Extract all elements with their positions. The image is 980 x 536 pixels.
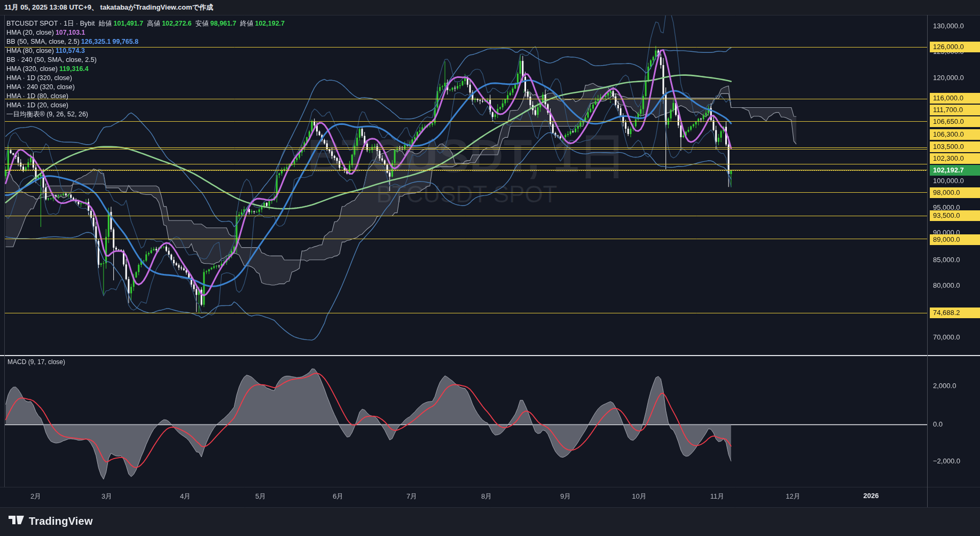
current-price-label: 102,192.7 <box>930 165 980 176</box>
ohlc-label: 高値 <box>147 20 160 27</box>
legend-row[interactable]: HMA · 240 (320, close) <box>6 83 285 92</box>
price-label: 85,000.0 <box>930 255 980 265</box>
time-axis-label: 5月 <box>255 492 266 501</box>
legend-value: 107,103.1 <box>56 29 85 36</box>
time-axis-label: 2月 <box>30 492 41 501</box>
price-level-label: 98,000.0 <box>930 187 980 198</box>
legend-row[interactable]: BB · 240 (50, SMA, close, 2.5) <box>6 56 285 65</box>
legend-row-title: HMA · 1D (20, close) <box>6 101 68 109</box>
legend-value: 101,491.7 <box>114 20 144 27</box>
legend-value: 126,325.1 <box>81 38 111 45</box>
legend-row[interactable]: HMA (80, close)110,574.3 <box>6 46 285 56</box>
legend-row-title: BTCUSDT SPOT · 1日 · Bybit <box>6 20 95 27</box>
legend-row[interactable]: HMA · 1D (20, close) <box>6 101 285 110</box>
legend-row-title: BB · 240 (50, SMA, close, 2.5) <box>6 56 97 64</box>
legend-row-title: HMA · 1D (80, close) <box>6 92 68 100</box>
time-axis-label: 3月 <box>101 492 112 501</box>
price-label: 80,000.0 <box>930 280 980 291</box>
tradingview-snapshot: BTCUSDT, 1日 BTCUSDT SPOT 11月 05, 2025 13… <box>0 0 980 536</box>
tradingview-logo-icon <box>9 514 25 529</box>
macd-pane-title[interactable]: MACD (9, 17, close) <box>7 358 65 366</box>
time-axis-label: 6月 <box>333 492 343 501</box>
macd-axis-label: −2,000.0 <box>930 456 980 467</box>
legend-row-title: HMA · 1D (320, close) <box>6 74 72 82</box>
tradingview-logo[interactable]: TradingView <box>9 514 93 529</box>
macd-axis-label: 0.0 <box>930 419 980 430</box>
price-scale[interactable]: 130,000.0125,000.0120,000.0100,000.095,0… <box>929 15 980 507</box>
indicator-legend: BTCUSDT SPOT · 1日 · Bybit始値101,491.7高値10… <box>6 19 285 119</box>
price-label: 70,000.0 <box>930 332 980 343</box>
time-scale[interactable]: 2月3月4月5月6月7月8月9月10月11月12月2026 <box>0 487 927 507</box>
legend-row[interactable]: BB (50, SMA, close, 2.5)126,325.199,765.… <box>6 37 285 46</box>
footer-strip <box>0 508 980 536</box>
price-level-label: 106,650.0 <box>930 116 980 127</box>
ohlc-label: 終値 <box>240 20 253 27</box>
time-axis-label: 11月 <box>710 492 725 501</box>
legend-row[interactable]: HMA · 1D (320, close) <box>6 74 285 83</box>
price-level-label: 103,500.0 <box>930 141 980 152</box>
time-axis-label: 7月 <box>406 492 417 501</box>
price-level-label: 126,000.0 <box>930 42 980 52</box>
legend-row[interactable]: HMA (320, close)119,316.4 <box>6 65 285 74</box>
snapshot-attribution: 11月 05, 2025 13:08 UTC+9、 takatabaがTradi… <box>4 0 213 15</box>
ohlc-label: 始値 <box>99 20 112 27</box>
price-level-label: 93,500.0 <box>930 210 980 221</box>
legend-row-title: 一目均衡表® (9, 26, 52, 26) <box>6 111 88 118</box>
legend-value: 102,192.7 <box>255 20 285 27</box>
legend-row-title: HMA (80, close) <box>6 47 54 54</box>
legend-row-title: HMA (20, close) <box>6 29 54 36</box>
price-label: 130,000.0 <box>930 21 980 31</box>
price-level-label: 102,300.0 <box>930 153 980 164</box>
legend-row[interactable]: 一目均衡表® (9, 26, 52, 26) <box>6 110 285 119</box>
time-axis-label: 12月 <box>786 492 800 501</box>
price-level-label: 89,000.0 <box>930 234 980 245</box>
price-label: 120,000.0 <box>930 73 980 83</box>
tradingview-logo-text: TradingView <box>29 515 93 527</box>
legend-row[interactable]: HMA (20, close)107,103.1 <box>6 28 285 37</box>
price-label: 100,000.0 <box>930 176 980 186</box>
price-level-label: 74,688.2 <box>930 308 980 318</box>
legend-row-title: HMA (320, close) <box>6 65 58 73</box>
legend-value: 98,961.7 <box>210 20 237 27</box>
legend-row[interactable]: HMA · 1D (80, close) <box>6 92 285 101</box>
time-axis-label: 4月 <box>180 492 191 501</box>
price-level-label: 111,700.0 <box>930 105 980 115</box>
legend-row-title: HMA · 240 (320, close) <box>6 83 75 91</box>
legend-row-title: BB (50, SMA, close, 2.5) <box>6 38 80 45</box>
legend-value: 119,316.4 <box>59 65 89 73</box>
ohlc-label: 安値 <box>195 20 209 27</box>
time-axis-label: 2026 <box>864 492 879 500</box>
price-level-label: 116,000.0 <box>930 93 980 104</box>
time-axis-label: 9月 <box>560 492 571 501</box>
time-axis-label: 10月 <box>632 492 646 501</box>
macd-axis-label: 2,000.0 <box>930 381 980 391</box>
time-axis-label: 8月 <box>481 492 492 501</box>
legend-value: 102,272.6 <box>162 20 192 27</box>
legend-row[interactable]: BTCUSDT SPOT · 1日 · Bybit始値101,491.7高値10… <box>6 19 285 28</box>
legend-value: 110,574.3 <box>56 47 85 54</box>
price-level-label: 106,300.0 <box>930 129 980 140</box>
legend-value: 99,765.8 <box>112 38 138 45</box>
